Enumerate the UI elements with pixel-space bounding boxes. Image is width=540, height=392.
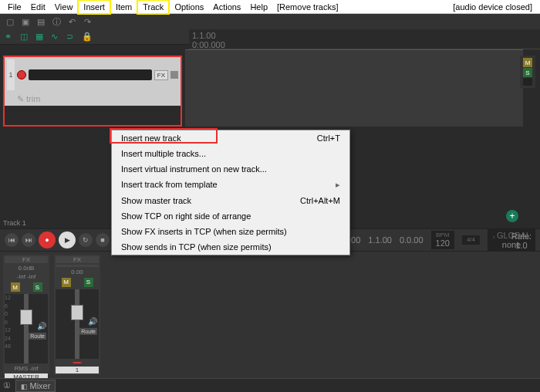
ctx-insert-virtual-instrument[interactable]: Insert virtual instrument on new track..… bbox=[112, 161, 349, 177]
save-icon[interactable]: ▤ bbox=[35, 16, 46, 27]
mixer-channel-1[interactable]: FX 0.00 M S 🔊 Route 1 bbox=[54, 255, 100, 375]
menu-item[interactable]: Item bbox=[111, 1, 137, 13]
envelope-icon[interactable]: ◫ bbox=[20, 32, 31, 42]
ch1-db: 0.00 bbox=[56, 269, 99, 275]
menu-file[interactable]: File bbox=[3, 1, 26, 13]
track-1-panel[interactable]: 1 FX bbox=[5, 57, 181, 93]
open-icon[interactable]: ▣ bbox=[20, 16, 31, 27]
master-db: 0.0dB bbox=[5, 265, 48, 272]
grid-icon[interactable]: ▦ bbox=[35, 32, 46, 42]
track-number: 1 bbox=[7, 59, 15, 90]
timesig-box[interactable]: 4/4 bbox=[462, 235, 480, 245]
transport-record-icon[interactable]: ● bbox=[39, 231, 56, 248]
mixer-tab[interactable]: ◧ Mixer bbox=[15, 380, 56, 392]
ch1-record-arm[interactable] bbox=[73, 362, 82, 364]
redo-icon[interactable]: ↷ bbox=[82, 16, 93, 27]
master-route[interactable]: Route bbox=[29, 333, 46, 340]
transport-play-icon[interactable]: ▶ bbox=[59, 231, 76, 248]
add-track-button[interactable]: + bbox=[506, 210, 518, 222]
ch1-output-icon[interactable]: 🔊 bbox=[88, 317, 97, 326]
new-project-icon[interactable]: ▢ bbox=[5, 16, 15, 27]
ch1-fader[interactable] bbox=[71, 305, 83, 320]
track-control-panel-highlight: 1 FX ✎ trim bbox=[3, 56, 182, 127]
track-context-menu: Insert new trackCtrl+T Insert multiple t… bbox=[111, 130, 350, 255]
menu-remove-tracks[interactable]: [Remove tracks] bbox=[272, 1, 343, 13]
ctx-insert-from-template[interactable]: Insert track from template bbox=[112, 177, 349, 193]
menubar: File Edit View Insert Item Track Options… bbox=[0, 0, 540, 14]
settings-icon[interactable]: ⓘ bbox=[51, 16, 62, 27]
ctx-show-sends[interactable]: Show sends in TCP (when size permits) bbox=[112, 239, 349, 255]
ctx-show-master-track[interactable]: Show master trackCtrl+Alt+M bbox=[112, 193, 349, 208]
bpm-box[interactable]: BPM120 bbox=[431, 231, 454, 250]
snap-icon[interactable]: ⊃ bbox=[66, 32, 77, 42]
track-fx-button[interactable]: FX bbox=[154, 70, 168, 80]
menu-track[interactable]: Track bbox=[137, 0, 170, 15]
master-rms: RMS -inf bbox=[5, 365, 48, 372]
ch1-label[interactable]: 1 bbox=[56, 367, 99, 373]
undo-icon[interactable]: ↶ bbox=[66, 16, 77, 27]
selection-end[interactable]: 1.1.00 bbox=[368, 235, 392, 245]
audio-device-status: [audio device closed] bbox=[448, 1, 537, 13]
track-solo-button[interactable]: S bbox=[523, 68, 532, 77]
menu-insert[interactable]: Insert bbox=[77, 0, 111, 15]
selection-length[interactable]: 0.0.00 bbox=[400, 235, 424, 245]
statusbar: ① ◧ Mixer bbox=[0, 378, 540, 392]
timeline-ruler[interactable]: 1.1.00 0:00.000 bbox=[189, 29, 540, 49]
transport-track-label: Track 1 bbox=[3, 219, 26, 227]
status-info-icon[interactable]: ① bbox=[3, 380, 11, 390]
ch1-solo[interactable]: S bbox=[84, 278, 93, 287]
mixer-master-channel[interactable]: FX 0.0dB -inf -inf M S 12606122448 🔊 Rou… bbox=[3, 255, 49, 375]
ctx-insert-new-track[interactable]: Insert new trackCtrl+T bbox=[112, 130, 349, 146]
menu-options[interactable]: Options bbox=[170, 1, 208, 13]
menu-help[interactable]: Help bbox=[245, 1, 272, 13]
track-row2: ✎ trim bbox=[5, 93, 181, 106]
arrange-area[interactable] bbox=[185, 49, 523, 127]
track-mute-button[interactable]: M bbox=[523, 58, 532, 67]
master-fx-slot[interactable]: FX bbox=[5, 256, 48, 263]
ripple-icon[interactable]: ∿ bbox=[51, 32, 62, 42]
master-mute[interactable]: M bbox=[11, 282, 20, 292]
track-volume-fader[interactable] bbox=[29, 69, 152, 80]
lock-icon[interactable]: 🔒 bbox=[82, 32, 93, 42]
ch1-send-slot[interactable] bbox=[56, 265, 99, 267]
ch1-route[interactable]: Route bbox=[79, 328, 97, 335]
ctx-insert-multiple-tracks[interactable]: Insert multiple tracks... bbox=[112, 146, 349, 161]
ch1-fx-slot[interactable]: FX bbox=[56, 256, 99, 263]
track-meter bbox=[523, 78, 532, 86]
master-peak: -inf -inf bbox=[5, 273, 48, 280]
menu-view[interactable]: View bbox=[50, 1, 78, 13]
master-fader[interactable] bbox=[20, 309, 32, 325]
mixer-panel: FX 0.0dB -inf -inf M S 12606122448 🔊 Rou… bbox=[0, 252, 540, 378]
timeline-sub: 0:00.000 bbox=[192, 40, 537, 49]
track-trim-button[interactable]: ✎ trim bbox=[17, 94, 40, 103]
playrate-box[interactable]: Rate:1.0 bbox=[508, 231, 535, 250]
transport-repeat-icon[interactable]: ↻ bbox=[79, 233, 93, 247]
menu-edit[interactable]: Edit bbox=[26, 1, 50, 13]
ch1-mute[interactable]: M bbox=[62, 278, 71, 287]
timeline-pos: 1.1.00 bbox=[192, 31, 537, 40]
transport-end-icon[interactable]: ⏭ bbox=[22, 233, 35, 247]
master-fader-area: 12606122448 🔊 Route bbox=[5, 294, 48, 363]
ctx-tcp-right-side[interactable]: Show TCP on right side of arrange bbox=[112, 208, 349, 224]
track-io-button[interactable] bbox=[170, 71, 178, 79]
ctx-show-fx-inserts[interactable]: Show FX inserts in TCP (when size permit… bbox=[112, 224, 349, 239]
master-solo[interactable]: S bbox=[33, 282, 42, 292]
menu-actions[interactable]: Actions bbox=[208, 1, 245, 13]
track-record-arm[interactable] bbox=[17, 70, 26, 79]
master-output-icon[interactable]: 🔊 bbox=[37, 322, 46, 330]
toolbar-row1: ▢ ▣ ▤ ⓘ ↶ ↷ bbox=[0, 14, 540, 29]
link-icon[interactable]: ⚭ bbox=[5, 32, 15, 42]
transport-stop-icon[interactable]: ■ bbox=[96, 233, 110, 247]
ch1-fader-area: 🔊 Route bbox=[56, 289, 99, 359]
transport-start-icon[interactable]: ⏮ bbox=[5, 233, 19, 247]
